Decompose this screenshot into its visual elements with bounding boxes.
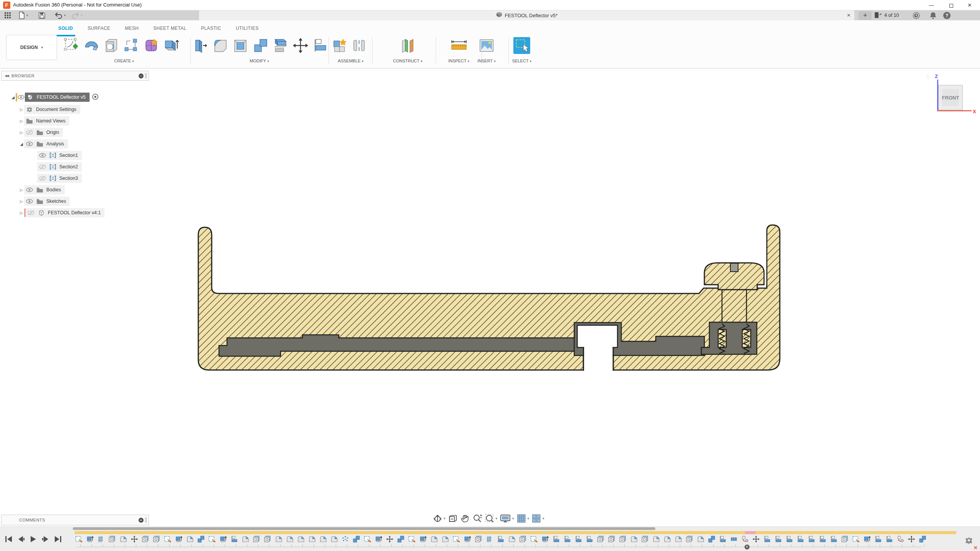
timeline-feature-offset-icon[interactable] [264,535,272,544]
create-group-label[interactable]: CREATE▾ [63,59,185,63]
row-pill[interactable]: Section2 [37,162,82,171]
timeline-feature-fillet-icon[interactable] [286,535,294,544]
timeline-feature-fillet-icon[interactable] [319,535,328,544]
select-group-label[interactable]: SELECT▾ [505,59,539,63]
insert-image-icon[interactable] [478,37,495,55]
hole-icon[interactable] [103,37,120,55]
joint-icon[interactable] [351,37,367,55]
comments-grip-handle[interactable] [145,517,147,523]
browser-row-festool-deflector-v4-1[interactable]: ▷FESTOOL Deflector v4:1 [1,208,105,218]
timeline-feature-thread-icon[interactable] [486,535,494,544]
timeline-feature-align-icon[interactable] [797,535,805,544]
timeline-feature-sketch-icon[interactable] [364,535,372,544]
close-button[interactable]: ✕ [961,0,978,10]
history-clock-icon[interactable] [912,11,920,20]
row-pill[interactable]: Analysis [24,139,68,148]
file-menu-icon[interactable]: ▾ [18,11,28,19]
timeline-feature-fillet-icon[interactable] [697,535,705,544]
panel-grip-handle[interactable] [145,73,147,78]
create-sketch-icon[interactable] [63,37,80,55]
timeline-feature-move-icon[interactable] [908,535,916,544]
timeline-settings-gear-icon[interactable] [964,535,974,547]
timeline-feature-align-icon[interactable] [885,535,894,544]
browser-root-row[interactable]: ◢FESTOOL Deflector v5 [1,92,99,102]
timeline-feature-fillet-icon[interactable] [663,535,672,544]
timeline-feature-offset-icon[interactable] [608,535,616,544]
row-pill[interactable]: Named Views [24,116,69,126]
create-form-icon[interactable] [143,37,160,55]
timeline-feature-offset-icon[interactable] [153,535,161,544]
expander-icon[interactable]: ◢ [10,95,16,99]
browser-row-origin[interactable]: ▷Origin [1,127,63,137]
row-pill[interactable]: FESTOOL Deflector v4:1 [26,208,105,217]
timeline-feature-extrude-icon[interactable] [219,535,228,544]
timeline-feature-fillet-icon[interactable] [242,535,250,544]
timeline-feature-align-icon[interactable] [830,535,838,544]
modify-group-label[interactable]: MODIFY▾ [193,59,325,63]
timeline-feature-move-icon[interactable] [131,535,139,544]
viewcube[interactable]: ⌂ FRONT Z X [919,69,978,119]
browser-row-section2[interactable]: Section2 [1,162,82,172]
timeline-feature-fillet-icon[interactable] [308,535,317,544]
timeline-feature-align-icon[interactable] [719,535,727,544]
timeline-feature-align-icon[interactable] [564,535,572,544]
timeline-feature-align-icon[interactable] [786,535,794,544]
timeline-feature-fillet-icon[interactable] [275,535,283,544]
timeline-feature-combine-icon[interactable] [197,535,206,544]
timeline-feature-sketch-icon[interactable] [208,535,217,544]
workspace-tab-surface[interactable]: SURFACE [87,23,111,36]
timeline-feature-offset-icon[interactable] [475,535,483,544]
browser-row-section3[interactable]: Section3 [1,173,82,183]
fillet-icon[interactable] [212,37,229,55]
expander-icon[interactable]: ◢ [19,142,24,146]
notifications-bell-icon[interactable] [929,11,937,20]
orbit-tool-icon[interactable]: ▾ [433,514,446,523]
extrude-icon[interactable] [163,37,180,55]
timeline-feature-fillet-icon[interactable] [119,535,128,544]
lookat-tool-icon[interactable] [448,514,458,523]
workspace-tab-plastic[interactable]: PLASTIC [200,23,222,36]
eye-visible-icon[interactable] [26,186,33,193]
split-body-icon[interactable] [272,37,289,55]
eye-visible-icon[interactable] [26,198,33,205]
grid-tool-icon[interactable]: ▾ [516,514,529,523]
timeline-feature-offset-icon[interactable] [686,535,694,544]
expander-icon[interactable]: ▷ [19,211,24,215]
comments-header[interactable]: COMMENTS + [2,515,149,525]
close-document-tab-button[interactable]: ✕ [845,12,852,19]
undo-icon[interactable]: ▾ [54,11,66,19]
timeline-feature-align-icon[interactable] [552,535,561,544]
timeline-feature-fillet-icon[interactable] [330,535,339,544]
dock-close-icon[interactable]: ✕ [973,545,978,551]
app-grid-menu-icon[interactable] [4,11,11,19]
timeline-feature-sketch-icon[interactable] [452,535,461,544]
timeline-feature-combine-icon[interactable] [919,535,927,544]
eye-visible-icon[interactable] [39,152,46,159]
timeline-scrollbar[interactable] [73,527,655,530]
zoom-tool-icon[interactable] [472,514,482,523]
workspace-tab-solid[interactable]: SOLID [57,23,74,36]
browser-panel-header[interactable]: ◀◀ BROWSER − [1,71,149,81]
timeline-feature-offset-icon[interactable] [641,535,650,544]
timeline-feature-offset-icon[interactable] [519,535,528,544]
move-icon[interactable] [292,37,309,55]
eye-hidden-icon[interactable] [39,163,46,170]
timeline-feature-fillet-icon[interactable] [508,535,516,544]
add-comment-icon[interactable]: + [139,518,144,523]
new-document-tab-button[interactable]: + [859,11,872,20]
timeline-feature-move-icon[interactable] [752,535,761,544]
timeline-feature-align-icon[interactable] [230,535,239,544]
display-tool-icon[interactable]: ▾ [500,514,514,523]
timeline-feature-align-icon[interactable] [819,535,827,544]
timeline-feature-align-icon[interactable] [763,535,772,544]
viewcube-home-icon[interactable]: ⌂ [926,73,930,79]
timeline-feature-joint-icon[interactable] [741,535,750,544]
revolve-icon[interactable] [83,37,100,55]
timeline-feature-pattern-icon[interactable] [730,535,738,544]
eye-visible-icon[interactable] [17,94,25,101]
measure-icon[interactable] [450,37,468,55]
timeline-feature-extrude-icon[interactable] [175,535,183,544]
timeline-feature-sketch-icon[interactable] [408,535,416,544]
collapse-panel-icon[interactable]: ◀◀ [5,74,8,78]
row-pill[interactable]: Origin [24,128,63,137]
